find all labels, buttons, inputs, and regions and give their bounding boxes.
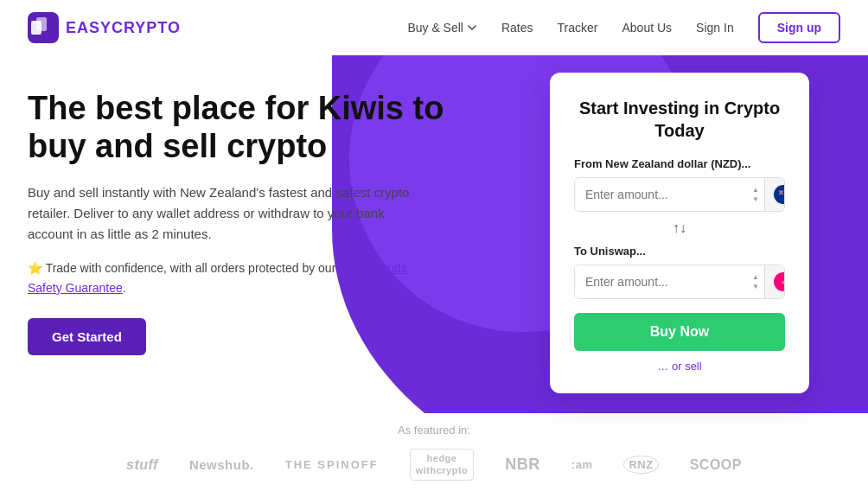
svg-text:U: U: [782, 280, 784, 284]
get-started-button[interactable]: Get Started: [28, 318, 146, 355]
logo[interactable]: EASYCRYPTO: [28, 12, 181, 43]
card-title: Start Investing in Crypto Today: [574, 97, 785, 142]
am-logo: :am: [571, 458, 593, 471]
amount-spinners[interactable]: ▲ ▼: [747, 183, 764, 206]
scoop-logo: SCOOP: [690, 457, 742, 473]
hedge-logo: hedgewithcrypto: [410, 449, 475, 480]
hero-content: The best place for Kiwis to buy and sell…: [28, 90, 477, 355]
stuff-logo: stuff: [126, 457, 158, 473]
newshub-logo: Newshub.: [189, 457, 254, 472]
logo-text: EASYCRYPTO: [66, 19, 181, 37]
from-amount-row: ▲ ▼ NZD: [574, 177, 785, 212]
to-label: To Uniswap...: [574, 245, 785, 258]
from-label: From New Zealand dollar (NZD)...: [574, 157, 785, 170]
nav-sign-up[interactable]: Sign up: [758, 12, 840, 43]
to-spin-down-icon[interactable]: ▼: [752, 282, 759, 291]
spinoff-logo: THE SPINOFF: [285, 458, 379, 471]
hero-description: Buy and sell instantly with New Zealand'…: [28, 182, 425, 245]
spin-up-icon[interactable]: ▲: [752, 185, 759, 194]
investment-card: Start Investing in Crypto Today From New…: [550, 73, 809, 393]
to-amount-input[interactable]: [575, 266, 747, 297]
from-amount-input[interactable]: [575, 179, 747, 210]
svg-rect-2: [36, 17, 47, 31]
nav-buy-sell[interactable]: Buy & Sell: [407, 21, 477, 35]
logo-icon: [28, 12, 59, 43]
nav-tracker[interactable]: Tracker: [558, 21, 598, 35]
nav-rates[interactable]: Rates: [501, 21, 533, 35]
navbar: EASYCRYPTO Buy & Sell Rates Tracker Abou…: [0, 0, 868, 55]
buy-now-button[interactable]: Buy Now: [574, 313, 785, 351]
spin-down-icon[interactable]: ▼: [752, 194, 759, 204]
hero-section: The best place for Kiwis to buy and sell…: [0, 55, 868, 491]
nzd-flag-icon: [774, 185, 785, 204]
to-amount-spinners[interactable]: ▲ ▼: [747, 271, 764, 293]
swap-arrows[interactable]: ↑↓: [574, 212, 785, 245]
nav-links: Buy & Sell Rates Tracker About Us Sign I…: [407, 12, 840, 43]
nbr-logo: NBR: [505, 456, 540, 474]
to-currency-button[interactable]: U UNI: [764, 265, 785, 298]
nav-sign-in[interactable]: Sign In: [696, 21, 734, 35]
hero-title: The best place for Kiwis to buy and sell…: [28, 90, 477, 165]
rnz-logo: RNZ: [623, 456, 658, 474]
to-spin-up-icon[interactable]: ▲: [752, 272, 759, 282]
featured-section: As featured in: stuff Newshub. THE SPINO…: [0, 413, 868, 491]
featured-label: As featured in:: [398, 424, 470, 437]
or-sell-link[interactable]: … or sell: [574, 360, 785, 373]
featured-logos: stuff Newshub. THE SPINOFF hedgewithcryp…: [126, 449, 742, 480]
to-amount-row: ▲ ▼ U UNI: [574, 265, 785, 299]
nav-about-us[interactable]: About Us: [622, 21, 672, 35]
uni-flag-icon: U: [774, 272, 785, 291]
star-icon: ⭐: [28, 261, 42, 275]
hero-trust: ⭐ Trade with confidence, with all orders…: [28, 258, 425, 297]
from-currency-button[interactable]: NZD: [764, 178, 785, 211]
